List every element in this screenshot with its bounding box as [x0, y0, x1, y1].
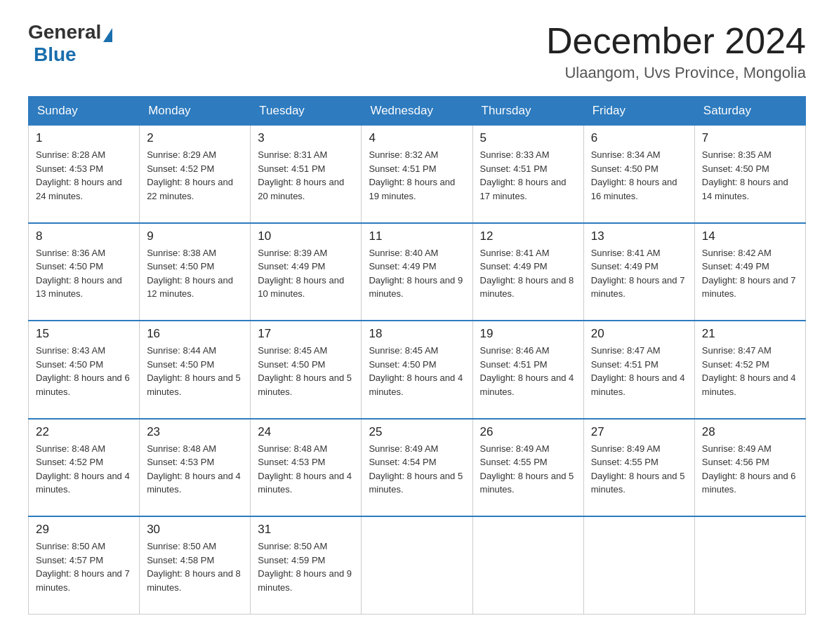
day-number: 26 — [480, 425, 576, 439]
day-number: 2 — [147, 131, 243, 145]
day-number: 14 — [702, 229, 798, 243]
weekday-header-monday: Monday — [140, 97, 251, 126]
calendar-cell: 15 Sunrise: 8:43 AM Sunset: 4:50 PM Dayl… — [29, 321, 140, 419]
calendar-cell: 18 Sunrise: 8:45 AM Sunset: 4:50 PM Dayl… — [362, 321, 472, 419]
day-info: Sunrise: 8:46 AM Sunset: 4:51 PM Dayligh… — [480, 344, 576, 412]
calendar-week-row: 22 Sunrise: 8:48 AM Sunset: 4:52 PM Dayl… — [29, 419, 806, 517]
calendar-cell: 20 Sunrise: 8:47 AM Sunset: 4:51 PM Dayl… — [583, 321, 694, 419]
calendar-cell: 28 Sunrise: 8:49 AM Sunset: 4:56 PM Dayl… — [694, 419, 805, 517]
calendar-cell: 30 Sunrise: 8:50 AM Sunset: 4:58 PM Dayl… — [140, 516, 251, 614]
day-number: 4 — [369, 131, 465, 145]
weekday-header-row: SundayMondayTuesdayWednesdayThursdayFrid… — [29, 97, 806, 126]
calendar-cell: 24 Sunrise: 8:48 AM Sunset: 4:53 PM Dayl… — [251, 419, 362, 517]
calendar-week-row: 8 Sunrise: 8:36 AM Sunset: 4:50 PM Dayli… — [29, 223, 806, 321]
day-number: 21 — [702, 327, 798, 341]
day-number: 1 — [36, 131, 132, 145]
day-info: Sunrise: 8:48 AM Sunset: 4:53 PM Dayligh… — [258, 442, 354, 511]
day-info: Sunrise: 8:45 AM Sunset: 4:50 PM Dayligh… — [258, 344, 354, 412]
calendar-cell: 12 Sunrise: 8:41 AM Sunset: 4:49 PM Dayl… — [472, 223, 583, 321]
calendar-week-row: 15 Sunrise: 8:43 AM Sunset: 4:50 PM Dayl… — [29, 321, 806, 419]
weekday-header-friday: Friday — [583, 97, 694, 126]
day-number: 15 — [36, 327, 132, 341]
calendar-cell: 26 Sunrise: 8:49 AM Sunset: 4:55 PM Dayl… — [472, 419, 583, 517]
day-number: 31 — [258, 523, 354, 537]
day-number: 18 — [369, 327, 465, 341]
day-number: 12 — [480, 229, 576, 243]
calendar-cell: 5 Sunrise: 8:33 AM Sunset: 4:51 PM Dayli… — [472, 126, 583, 223]
day-info: Sunrise: 8:42 AM Sunset: 4:49 PM Dayligh… — [702, 246, 798, 315]
calendar-cell: 14 Sunrise: 8:42 AM Sunset: 4:49 PM Dayl… — [694, 223, 805, 321]
calendar-cell: 21 Sunrise: 8:47 AM Sunset: 4:52 PM Dayl… — [694, 321, 805, 419]
calendar-cell: 25 Sunrise: 8:49 AM Sunset: 4:54 PM Dayl… — [362, 419, 472, 517]
weekday-header-saturday: Saturday — [694, 97, 805, 126]
calendar-cell: 29 Sunrise: 8:50 AM Sunset: 4:57 PM Dayl… — [29, 516, 140, 614]
day-number: 27 — [591, 425, 687, 439]
calendar-cell: 3 Sunrise: 8:31 AM Sunset: 4:51 PM Dayli… — [251, 126, 362, 223]
day-info: Sunrise: 8:34 AM Sunset: 4:50 PM Dayligh… — [591, 148, 687, 217]
day-number: 5 — [480, 131, 576, 145]
month-title: December 2024 — [546, 21, 806, 61]
day-number: 25 — [369, 425, 465, 439]
day-number: 22 — [36, 425, 132, 439]
day-number: 19 — [480, 327, 576, 341]
day-info: Sunrise: 8:48 AM Sunset: 4:53 PM Dayligh… — [147, 442, 243, 511]
day-info: Sunrise: 8:50 AM Sunset: 4:58 PM Dayligh… — [147, 539, 243, 608]
calendar-week-row: 29 Sunrise: 8:50 AM Sunset: 4:57 PM Dayl… — [29, 516, 806, 614]
day-info: Sunrise: 8:41 AM Sunset: 4:49 PM Dayligh… — [480, 246, 576, 315]
day-info: Sunrise: 8:39 AM Sunset: 4:49 PM Dayligh… — [258, 246, 354, 315]
calendar-cell: 1 Sunrise: 8:28 AM Sunset: 4:53 PM Dayli… — [29, 126, 140, 223]
calendar-table: SundayMondayTuesdayWednesdayThursdayFrid… — [28, 96, 806, 615]
calendar-cell — [362, 516, 472, 614]
day-info: Sunrise: 8:47 AM Sunset: 4:51 PM Dayligh… — [591, 344, 687, 412]
calendar-cell: 6 Sunrise: 8:34 AM Sunset: 4:50 PM Dayli… — [583, 126, 694, 223]
day-info: Sunrise: 8:49 AM Sunset: 4:56 PM Dayligh… — [702, 442, 798, 511]
day-info: Sunrise: 8:40 AM Sunset: 4:49 PM Dayligh… — [369, 246, 465, 315]
weekday-header-tuesday: Tuesday — [251, 97, 362, 126]
calendar-week-row: 1 Sunrise: 8:28 AM Sunset: 4:53 PM Dayli… — [29, 126, 806, 223]
day-number: 7 — [702, 131, 798, 145]
calendar-cell: 22 Sunrise: 8:48 AM Sunset: 4:52 PM Dayl… — [29, 419, 140, 517]
calendar-cell: 9 Sunrise: 8:38 AM Sunset: 4:50 PM Dayli… — [140, 223, 251, 321]
weekday-header-wednesday: Wednesday — [362, 97, 472, 126]
day-number: 30 — [147, 523, 243, 537]
day-number: 16 — [147, 327, 243, 341]
day-info: Sunrise: 8:49 AM Sunset: 4:55 PM Dayligh… — [591, 442, 687, 511]
day-info: Sunrise: 8:29 AM Sunset: 4:52 PM Dayligh… — [147, 148, 243, 217]
calendar-cell: 8 Sunrise: 8:36 AM Sunset: 4:50 PM Dayli… — [29, 223, 140, 321]
day-number: 11 — [369, 229, 465, 243]
day-info: Sunrise: 8:35 AM Sunset: 4:50 PM Dayligh… — [702, 148, 798, 217]
day-number: 23 — [147, 425, 243, 439]
day-number: 3 — [258, 131, 354, 145]
day-info: Sunrise: 8:48 AM Sunset: 4:52 PM Dayligh… — [36, 442, 132, 511]
day-number: 17 — [258, 327, 354, 341]
day-number: 13 — [591, 229, 687, 243]
calendar-cell: 10 Sunrise: 8:39 AM Sunset: 4:49 PM Dayl… — [251, 223, 362, 321]
day-info: Sunrise: 8:31 AM Sunset: 4:51 PM Dayligh… — [258, 148, 354, 217]
day-number: 8 — [36, 229, 132, 243]
day-number: 6 — [591, 131, 687, 145]
logo-general-text: General — [28, 21, 101, 43]
day-info: Sunrise: 8:32 AM Sunset: 4:51 PM Dayligh… — [369, 148, 465, 217]
day-info: Sunrise: 8:47 AM Sunset: 4:52 PM Dayligh… — [702, 344, 798, 412]
calendar-cell: 16 Sunrise: 8:44 AM Sunset: 4:50 PM Dayl… — [140, 321, 251, 419]
day-info: Sunrise: 8:49 AM Sunset: 4:54 PM Dayligh… — [369, 442, 465, 511]
weekday-header-sunday: Sunday — [29, 97, 140, 126]
calendar-cell — [694, 516, 805, 614]
calendar-cell: 4 Sunrise: 8:32 AM Sunset: 4:51 PM Dayli… — [362, 126, 472, 223]
title-block: December 2024 Ulaangom, Uvs Province, Mo… — [546, 21, 806, 82]
day-number: 24 — [258, 425, 354, 439]
day-info: Sunrise: 8:50 AM Sunset: 4:59 PM Dayligh… — [258, 539, 354, 608]
day-number: 28 — [702, 425, 798, 439]
day-info: Sunrise: 8:38 AM Sunset: 4:50 PM Dayligh… — [147, 246, 243, 315]
day-info: Sunrise: 8:44 AM Sunset: 4:50 PM Dayligh… — [147, 344, 243, 412]
calendar-cell — [583, 516, 694, 614]
day-info: Sunrise: 8:36 AM Sunset: 4:50 PM Dayligh… — [36, 246, 132, 315]
calendar-cell: 17 Sunrise: 8:45 AM Sunset: 4:50 PM Dayl… — [251, 321, 362, 419]
day-info: Sunrise: 8:41 AM Sunset: 4:49 PM Dayligh… — [591, 246, 687, 315]
day-info: Sunrise: 8:50 AM Sunset: 4:57 PM Dayligh… — [36, 539, 132, 608]
weekday-header-thursday: Thursday — [472, 97, 583, 126]
calendar-cell: 11 Sunrise: 8:40 AM Sunset: 4:49 PM Dayl… — [362, 223, 472, 321]
page-header: General Blue December 2024 Ulaangom, Uvs… — [28, 21, 806, 82]
calendar-cell: 23 Sunrise: 8:48 AM Sunset: 4:53 PM Dayl… — [140, 419, 251, 517]
day-info: Sunrise: 8:49 AM Sunset: 4:55 PM Dayligh… — [480, 442, 576, 511]
